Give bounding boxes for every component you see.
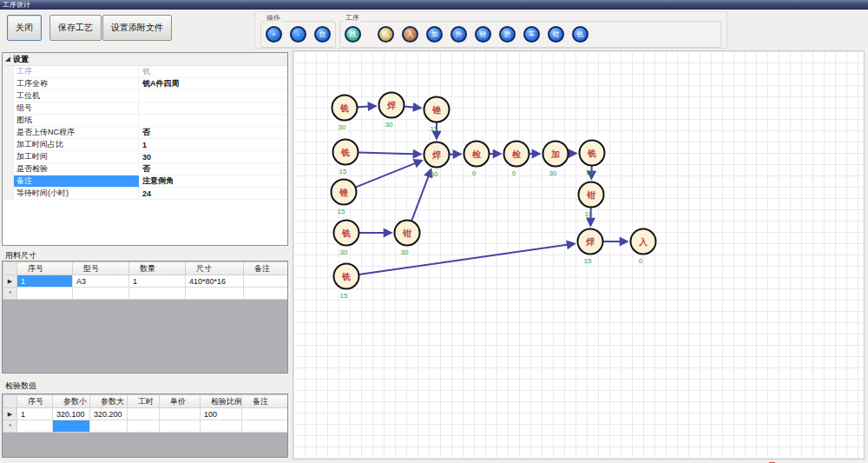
table-cell[interactable]: 1	[17, 275, 73, 288]
flow-node-铣-1[interactable]: 铣30	[332, 96, 358, 132]
table-cell[interactable]: 1	[129, 275, 186, 288]
flow-node-锉-11[interactable]: 锉15	[332, 180, 357, 216]
flow-node-焊-2[interactable]: 焊30	[379, 93, 404, 129]
property-value[interactable]	[139, 115, 287, 127]
flow-node-加-8[interactable]: 加30	[543, 142, 569, 178]
table-cell[interactable]	[242, 420, 289, 433]
column-header[interactable]: 型号	[73, 262, 129, 275]
column-header[interactable]: 工时	[128, 395, 160, 408]
property-row-10[interactable]: 等待时间(小时)24	[3, 188, 287, 200]
property-row-8[interactable]: 是否检验否	[3, 163, 287, 175]
flow-node-铣-12[interactable]: 铣30	[334, 221, 359, 257]
flow-node-钳-13[interactable]: 钳30	[395, 221, 420, 257]
table-cell[interactable]	[160, 420, 201, 433]
table-cell[interactable]	[201, 420, 242, 433]
property-value[interactable]: 铣A件四周	[139, 78, 287, 90]
flow-node-钳-10[interactable]: 钳15	[579, 182, 604, 219]
process-turn-button[interactable]: 车	[523, 26, 540, 43]
property-value[interactable]: 否	[139, 163, 287, 175]
table-row[interactable]: *	[3, 288, 289, 300]
flow-edge-13-5[interactable]	[411, 169, 431, 221]
property-row-7[interactable]: 加工时间30	[3, 151, 287, 163]
column-header[interactable]: 备注	[244, 262, 289, 275]
column-header[interactable]: 检验比例	[201, 395, 242, 408]
process-inspect-button[interactable]: 检	[378, 26, 394, 43]
table-cell[interactable]	[129, 288, 186, 300]
property-value[interactable]: 注意倒角	[139, 175, 287, 188]
column-header[interactable]: 备注	[242, 395, 289, 408]
column-header[interactable]: 参数大	[90, 395, 128, 408]
auto-layout-button[interactable]: 自	[314, 26, 331, 43]
table-row[interactable]: ▶1A31410*80*16	[3, 275, 289, 288]
column-header[interactable]: 参数小	[53, 395, 90, 408]
table-cell[interactable]	[53, 420, 90, 433]
flow-node-焊-5[interactable]: 焊60	[424, 142, 450, 179]
property-value[interactable]	[139, 90, 287, 103]
add-node-button[interactable]: +	[266, 26, 282, 43]
property-row-4[interactable]: 图纸	[3, 115, 287, 127]
property-value[interactable]: 24	[139, 188, 287, 200]
set-attachment-button[interactable]: 设置添附文件	[102, 15, 172, 41]
flow-node-焊-14[interactable]: 焊15	[578, 229, 603, 266]
flow-edge-1-2[interactable]	[357, 106, 375, 107]
property-row-6[interactable]: 加工时间占比1	[3, 139, 287, 151]
flow-node-检-6[interactable]: 检0	[464, 142, 490, 178]
table-cell[interactable]	[160, 408, 201, 420]
process-storage-button[interactable]: 入	[402, 26, 418, 43]
column-header[interactable]: 数量	[129, 262, 186, 275]
table-cell[interactable]	[17, 288, 73, 300]
property-row-2[interactable]: 工位机	[3, 90, 287, 103]
table-cell[interactable]: 320.100	[53, 408, 90, 420]
table-row[interactable]: *	[3, 420, 289, 433]
property-row-5[interactable]: 是否上传NC程序否	[3, 127, 287, 139]
column-header[interactable]: 序号	[17, 262, 73, 275]
window-titlebar[interactable]: 工序设计	[0, 0, 868, 10]
table-cell[interactable]: A3	[73, 275, 129, 288]
table-cell[interactable]	[244, 288, 289, 300]
flow-edge-16-14[interactable]	[358, 244, 574, 274]
table-cell[interactable]: 100	[201, 408, 242, 420]
column-header[interactable]: 单价	[160, 395, 201, 408]
property-value[interactable]: 铣	[139, 66, 287, 78]
process-fitter-button[interactable]: 钳	[548, 26, 564, 43]
table-cell[interactable]: 320.200	[90, 408, 128, 420]
table-cell[interactable]	[242, 408, 289, 420]
property-category-row[interactable]: ◢ 设置	[3, 53, 287, 66]
table-cell[interactable]	[73, 288, 129, 300]
table-cell[interactable]	[128, 420, 160, 433]
property-value[interactable]: 1	[139, 139, 287, 151]
table-cell[interactable]	[17, 420, 53, 433]
process-grind-button[interactable]: 磨	[499, 26, 516, 43]
flow-edge-2-3[interactable]	[404, 106, 420, 108]
property-value[interactable]: 30	[139, 151, 287, 163]
process-machining-button[interactable]: 加	[426, 26, 443, 43]
table-cell[interactable]: 410*80*16	[186, 275, 244, 288]
property-row-9[interactable]: 备注注意倒角	[3, 175, 287, 188]
table-row[interactable]: ▶1320.100320.200100	[3, 408, 289, 420]
column-header[interactable]: 序号	[17, 395, 53, 408]
flow-node-铣-16[interactable]: 铣15	[334, 264, 359, 301]
close-button[interactable]: 关闭	[7, 15, 42, 41]
flow-node-检-7[interactable]: 检0	[504, 142, 529, 178]
flowchart-canvas[interactable]: 铣30焊30锉15铣15焊60检0检0加30铣15钳15锉15铣30钳30焊15…	[293, 50, 865, 460]
property-value[interactable]	[139, 103, 287, 115]
table-cell[interactable]	[244, 275, 289, 288]
property-row-0[interactable]: 工序铣	[3, 66, 287, 78]
collapse-icon[interactable]: ◢	[3, 56, 13, 63]
table-cell[interactable]	[128, 408, 160, 420]
process-file-button[interactable]: 锉	[475, 26, 491, 43]
property-value[interactable]: 否	[139, 127, 287, 139]
table-cell[interactable]	[186, 288, 244, 300]
table-cell[interactable]	[90, 420, 128, 433]
process-wire-button[interactable]: 线	[345, 26, 361, 43]
property-row-3[interactable]: 组号	[3, 103, 287, 115]
remove-node-button[interactable]: -	[290, 26, 306, 43]
column-header[interactable]: 尺寸	[186, 262, 244, 275]
flow-node-铣-4[interactable]: 铣15	[333, 140, 358, 176]
flow-node-锉-3[interactable]: 锉15	[424, 97, 450, 134]
process-outsource-button[interactable]: 外	[450, 26, 467, 43]
flow-node-铣-9[interactable]: 铣15	[580, 141, 605, 177]
flow-edge-11-5[interactable]	[355, 161, 421, 188]
flow-edge-4-5[interactable]	[358, 152, 420, 154]
property-row-1[interactable]: 工序全称铣A件四周	[3, 78, 287, 90]
